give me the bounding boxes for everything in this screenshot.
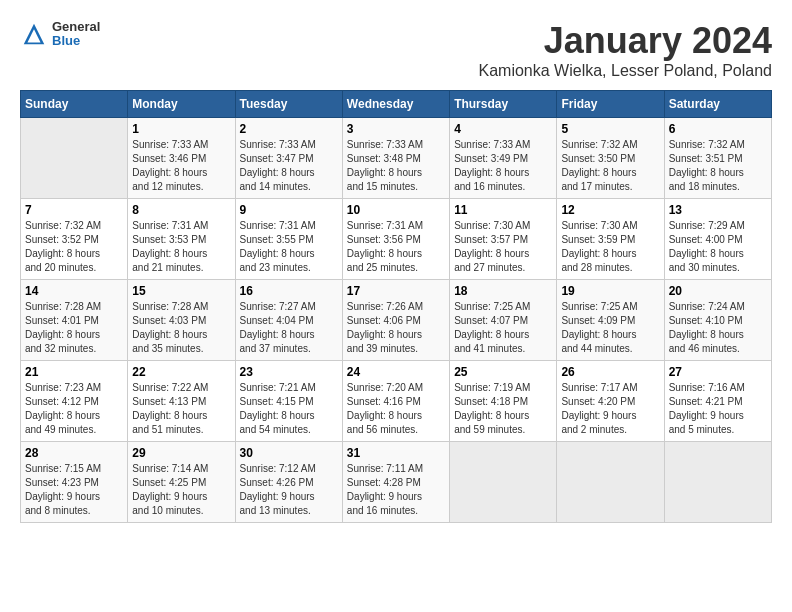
sunrise-text: Sunrise: 7:20 AM xyxy=(347,382,423,393)
daylight-minutes: and 13 minutes. xyxy=(240,505,311,516)
day-info: Sunrise: 7:30 AMSunset: 3:57 PMDaylight:… xyxy=(454,219,552,275)
sunset-text: Sunset: 4:21 PM xyxy=(669,396,743,407)
sunrise-text: Sunrise: 7:29 AM xyxy=(669,220,745,231)
sunset-text: Sunset: 3:56 PM xyxy=(347,234,421,245)
day-info: Sunrise: 7:16 AMSunset: 4:21 PMDaylight:… xyxy=(669,381,767,437)
daylight-label: Daylight: 8 hours xyxy=(25,410,100,421)
header-row: SundayMondayTuesdayWednesdayThursdayFrid… xyxy=(21,91,772,118)
daylight-minutes: and 49 minutes. xyxy=(25,424,96,435)
day-cell xyxy=(664,442,771,523)
header-cell-thursday: Thursday xyxy=(450,91,557,118)
sunrise-text: Sunrise: 7:15 AM xyxy=(25,463,101,474)
daylight-minutes: and 16 minutes. xyxy=(454,181,525,192)
header-cell-monday: Monday xyxy=(128,91,235,118)
daylight-minutes: and 10 minutes. xyxy=(132,505,203,516)
sunset-text: Sunset: 4:25 PM xyxy=(132,477,206,488)
sunrise-text: Sunrise: 7:30 AM xyxy=(454,220,530,231)
sunset-text: Sunset: 3:49 PM xyxy=(454,153,528,164)
day-cell: 23Sunrise: 7:21 AMSunset: 4:15 PMDayligh… xyxy=(235,361,342,442)
daylight-label: Daylight: 8 hours xyxy=(561,248,636,259)
sunrise-text: Sunrise: 7:31 AM xyxy=(132,220,208,231)
sunrise-text: Sunrise: 7:21 AM xyxy=(240,382,316,393)
day-info: Sunrise: 7:29 AMSunset: 4:00 PMDaylight:… xyxy=(669,219,767,275)
day-number: 20 xyxy=(669,284,767,298)
sunset-text: Sunset: 4:20 PM xyxy=(561,396,635,407)
sunset-text: Sunset: 4:23 PM xyxy=(25,477,99,488)
sunrise-text: Sunrise: 7:33 AM xyxy=(347,139,423,150)
sunset-text: Sunset: 4:26 PM xyxy=(240,477,314,488)
sunrise-text: Sunrise: 7:25 AM xyxy=(454,301,530,312)
day-cell: 12Sunrise: 7:30 AMSunset: 3:59 PMDayligh… xyxy=(557,199,664,280)
daylight-minutes: and 14 minutes. xyxy=(240,181,311,192)
sunset-text: Sunset: 3:46 PM xyxy=(132,153,206,164)
day-info: Sunrise: 7:25 AMSunset: 4:07 PMDaylight:… xyxy=(454,300,552,356)
day-cell: 4Sunrise: 7:33 AMSunset: 3:49 PMDaylight… xyxy=(450,118,557,199)
week-row: 7Sunrise: 7:32 AMSunset: 3:52 PMDaylight… xyxy=(21,199,772,280)
day-info: Sunrise: 7:26 AMSunset: 4:06 PMDaylight:… xyxy=(347,300,445,356)
daylight-minutes: and 12 minutes. xyxy=(132,181,203,192)
daylight-label: Daylight: 8 hours xyxy=(561,329,636,340)
sunset-text: Sunset: 4:13 PM xyxy=(132,396,206,407)
sunset-text: Sunset: 3:47 PM xyxy=(240,153,314,164)
daylight-minutes: and 2 minutes. xyxy=(561,424,627,435)
day-info: Sunrise: 7:33 AMSunset: 3:47 PMDaylight:… xyxy=(240,138,338,194)
header-cell-tuesday: Tuesday xyxy=(235,91,342,118)
calendar-table: SundayMondayTuesdayWednesdayThursdayFrid… xyxy=(20,90,772,523)
daylight-label: Daylight: 8 hours xyxy=(347,410,422,421)
day-cell: 8Sunrise: 7:31 AMSunset: 3:53 PMDaylight… xyxy=(128,199,235,280)
day-number: 9 xyxy=(240,203,338,217)
day-cell: 20Sunrise: 7:24 AMSunset: 4:10 PMDayligh… xyxy=(664,280,771,361)
sunrise-text: Sunrise: 7:26 AM xyxy=(347,301,423,312)
daylight-label: Daylight: 8 hours xyxy=(561,167,636,178)
sunset-text: Sunset: 3:48 PM xyxy=(347,153,421,164)
sunrise-text: Sunrise: 7:14 AM xyxy=(132,463,208,474)
daylight-minutes: and 41 minutes. xyxy=(454,343,525,354)
day-info: Sunrise: 7:11 AMSunset: 4:28 PMDaylight:… xyxy=(347,462,445,518)
day-number: 31 xyxy=(347,446,445,460)
daylight-minutes: and 59 minutes. xyxy=(454,424,525,435)
sunrise-text: Sunrise: 7:33 AM xyxy=(132,139,208,150)
day-info: Sunrise: 7:31 AMSunset: 3:53 PMDaylight:… xyxy=(132,219,230,275)
day-info: Sunrise: 7:20 AMSunset: 4:16 PMDaylight:… xyxy=(347,381,445,437)
day-number: 24 xyxy=(347,365,445,379)
day-cell: 16Sunrise: 7:27 AMSunset: 4:04 PMDayligh… xyxy=(235,280,342,361)
week-row: 28Sunrise: 7:15 AMSunset: 4:23 PMDayligh… xyxy=(21,442,772,523)
day-number: 14 xyxy=(25,284,123,298)
week-row: 14Sunrise: 7:28 AMSunset: 4:01 PMDayligh… xyxy=(21,280,772,361)
day-number: 19 xyxy=(561,284,659,298)
daylight-label: Daylight: 8 hours xyxy=(240,248,315,259)
day-number: 11 xyxy=(454,203,552,217)
day-cell: 6Sunrise: 7:32 AMSunset: 3:51 PMDaylight… xyxy=(664,118,771,199)
day-cell: 29Sunrise: 7:14 AMSunset: 4:25 PMDayligh… xyxy=(128,442,235,523)
day-info: Sunrise: 7:15 AMSunset: 4:23 PMDaylight:… xyxy=(25,462,123,518)
sunrise-text: Sunrise: 7:31 AM xyxy=(240,220,316,231)
daylight-label: Daylight: 8 hours xyxy=(347,248,422,259)
day-info: Sunrise: 7:32 AMSunset: 3:51 PMDaylight:… xyxy=(669,138,767,194)
logo-icon xyxy=(20,20,48,48)
day-cell: 13Sunrise: 7:29 AMSunset: 4:00 PMDayligh… xyxy=(664,199,771,280)
day-number: 23 xyxy=(240,365,338,379)
day-number: 1 xyxy=(132,122,230,136)
day-cell: 30Sunrise: 7:12 AMSunset: 4:26 PMDayligh… xyxy=(235,442,342,523)
day-number: 5 xyxy=(561,122,659,136)
day-cell: 17Sunrise: 7:26 AMSunset: 4:06 PMDayligh… xyxy=(342,280,449,361)
day-number: 7 xyxy=(25,203,123,217)
daylight-label: Daylight: 8 hours xyxy=(25,248,100,259)
day-number: 29 xyxy=(132,446,230,460)
day-cell: 27Sunrise: 7:16 AMSunset: 4:21 PMDayligh… xyxy=(664,361,771,442)
sunset-text: Sunset: 3:50 PM xyxy=(561,153,635,164)
sunset-text: Sunset: 4:10 PM xyxy=(669,315,743,326)
sunrise-text: Sunrise: 7:32 AM xyxy=(669,139,745,150)
day-number: 18 xyxy=(454,284,552,298)
day-cell xyxy=(450,442,557,523)
day-info: Sunrise: 7:33 AMSunset: 3:46 PMDaylight:… xyxy=(132,138,230,194)
daylight-label: Daylight: 9 hours xyxy=(132,491,207,502)
daylight-minutes: and 37 minutes. xyxy=(240,343,311,354)
day-number: 3 xyxy=(347,122,445,136)
day-cell: 5Sunrise: 7:32 AMSunset: 3:50 PMDaylight… xyxy=(557,118,664,199)
header-cell-saturday: Saturday xyxy=(664,91,771,118)
sunrise-text: Sunrise: 7:23 AM xyxy=(25,382,101,393)
daylight-label: Daylight: 8 hours xyxy=(240,329,315,340)
sunrise-text: Sunrise: 7:28 AM xyxy=(132,301,208,312)
sunrise-text: Sunrise: 7:33 AM xyxy=(454,139,530,150)
